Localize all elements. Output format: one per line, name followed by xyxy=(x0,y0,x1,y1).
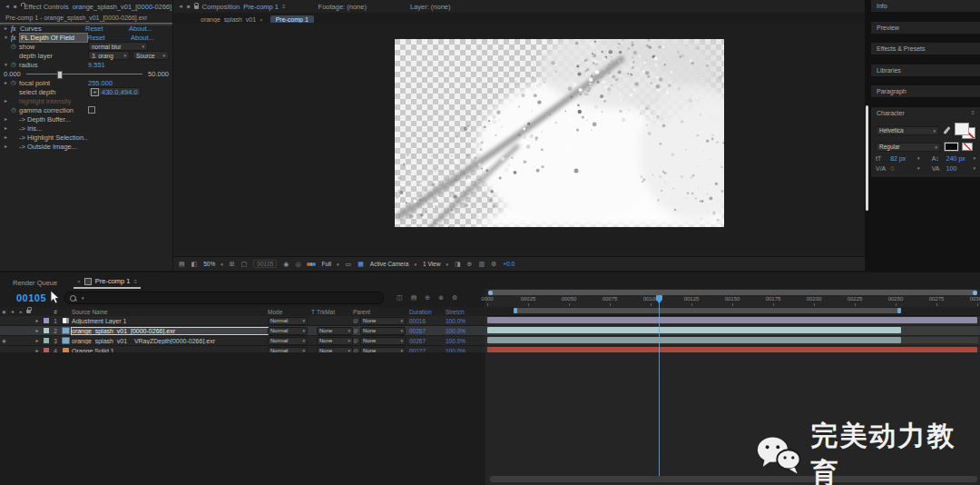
layer-mode-select[interactable]: Normal▾ xyxy=(268,327,308,335)
layer-mode-select[interactable]: Normal▾ xyxy=(268,317,308,325)
work-area-start-handle[interactable] xyxy=(514,308,517,313)
font-size-value[interactable]: 82 px xyxy=(890,155,911,162)
parent-column-header[interactable]: Parent xyxy=(353,309,409,315)
expander-icon[interactable]: ► xyxy=(4,144,11,149)
property-value[interactable]: 255.000 xyxy=(88,79,113,87)
tracking-value[interactable]: 100 xyxy=(946,165,967,172)
layer-duration-bar[interactable] xyxy=(487,327,901,333)
property-dropdown[interactable]: normal blur▾ xyxy=(88,42,148,51)
stopwatch-icon[interactable]: ◷ xyxy=(11,43,19,50)
property-value[interactable]: 9.551 xyxy=(88,61,105,69)
layer-duration-bar[interactable] xyxy=(487,317,977,323)
layer-visibility-toggle[interactable]: ◉ xyxy=(0,338,8,343)
time-ruler[interactable]: 0000000250005000075001000012500150001750… xyxy=(485,296,980,307)
pickwhip-icon[interactable]: @ xyxy=(353,338,358,343)
grid-options-icon[interactable]: ⊞ xyxy=(230,261,235,268)
effect-row[interactable]: ►fxCurvesResetAbout... xyxy=(0,24,172,33)
motion-blur-icon[interactable]: ⊗ xyxy=(438,294,444,302)
panel-scrollbar[interactable] xyxy=(866,105,868,211)
property-dropdown[interactable]: 3. orang▾ xyxy=(88,51,130,60)
composition-viewport[interactable] xyxy=(173,23,865,257)
panel-lock-icon[interactable] xyxy=(194,5,199,9)
layer-bar-lane[interactable] xyxy=(485,316,980,326)
tab-render-queue[interactable]: Render Queue xyxy=(9,277,61,289)
time-navigator[interactable] xyxy=(488,290,977,295)
layer-name[interactable]: orange_splash_v01_[0000-0266].exr xyxy=(72,328,268,334)
panel-header-info[interactable]: Info xyxy=(871,0,980,12)
footage-panel-label[interactable]: Footage: (none) xyxy=(318,3,367,11)
t-column-header[interactable]: T xyxy=(309,309,317,315)
lock-column-icon[interactable] xyxy=(24,309,33,314)
layer-row[interactable]: ►2orange_splash_v01_[0000-0266].exrNorma… xyxy=(0,326,485,336)
layer-expander-icon[interactable]: ► xyxy=(33,328,42,333)
effect-reset-link[interactable]: Reset xyxy=(87,34,131,42)
panel-header-paragraph[interactable]: Paragraph xyxy=(871,85,980,97)
close-icon[interactable]: × xyxy=(77,279,81,284)
font-style-select[interactable]: Regular▾ xyxy=(876,143,941,152)
effect-about-link[interactable]: About... xyxy=(129,25,152,33)
layer-name[interactable]: orange_splash_v01__VRayZDepth[0000-0266]… xyxy=(72,338,268,344)
channels-icon[interactable] xyxy=(308,262,316,266)
view-layout-select[interactable]: 1 View▾ xyxy=(423,261,448,267)
draft-3d-icon[interactable]: ▤ xyxy=(411,294,417,302)
expander-icon[interactable]: ► xyxy=(4,116,11,122)
resolution-select[interactable]: Full▾ xyxy=(322,261,339,267)
expander-icon[interactable]: ► xyxy=(4,25,11,31)
layer-parent-select[interactable]: None▾ xyxy=(360,317,406,325)
layer-row[interactable]: ◉►3orange_splash_v01__VRayZDepth[0000-02… xyxy=(0,336,485,346)
work-area-end-handle[interactable] xyxy=(897,308,901,313)
property-checkbox[interactable] xyxy=(88,106,95,114)
stopwatch-icon[interactable]: ◷ xyxy=(11,79,19,86)
mask-visibility-icon[interactable]: ▢ xyxy=(241,261,248,268)
panel-menu-icon[interactable]: ≡ xyxy=(133,279,137,284)
layer-bar-lane[interactable] xyxy=(485,326,980,336)
layer-label-swatch[interactable] xyxy=(42,328,51,333)
panel-header-preview[interactable]: Preview xyxy=(871,22,980,34)
point-value[interactable]: 430.0,494.0 xyxy=(102,88,138,96)
fill-swatch[interactable] xyxy=(955,123,969,135)
eyedropper-icon[interactable] xyxy=(943,126,950,134)
stopwatch-icon[interactable]: ◷ xyxy=(11,106,19,114)
layer-label-swatch[interactable] xyxy=(42,338,51,343)
timeline-button-icon[interactable]: ▥ xyxy=(478,261,485,268)
panel-header-libraries[interactable]: Libraries xyxy=(871,64,980,76)
frame-blending-icon[interactable]: ⊕ xyxy=(425,294,430,302)
work-area-bar[interactable] xyxy=(514,308,901,313)
effect-name[interactable]: FL Depth Of Field xyxy=(20,34,87,42)
no-fill-swatch[interactable] xyxy=(962,143,973,151)
fast-previews-icon[interactable]: ⊕ xyxy=(467,261,473,268)
leading-value[interactable]: 240 px xyxy=(946,155,967,162)
flowchart-icon[interactable]: ⚙ xyxy=(491,261,496,268)
layer-trkmat-select[interactable]: None▾ xyxy=(317,337,353,345)
panel-collapse-icon[interactable]: ◄ xyxy=(178,4,183,9)
pickwhip-icon[interactable]: @ xyxy=(353,318,358,323)
layer-label-swatch[interactable] xyxy=(42,318,51,323)
kerning-value[interactable]: 0 xyxy=(890,165,911,172)
expander-icon[interactable]: ► xyxy=(4,125,11,131)
expander-icon[interactable]: ▼ xyxy=(4,62,11,67)
effect-reset-link[interactable]: Reset xyxy=(85,25,129,33)
layer-expander-icon[interactable]: ► xyxy=(33,318,42,323)
transparency-grid-icon[interactable]: ▦ xyxy=(358,261,364,268)
layer-parent-select[interactable]: None▾ xyxy=(360,337,406,345)
trkmat-column-header[interactable]: TrkMat xyxy=(317,309,353,315)
layer-trkmat-select[interactable]: None▾ xyxy=(317,327,353,335)
stretch-column-header[interactable]: Stretch xyxy=(446,309,480,315)
graph-editor-icon[interactable]: ⚙ xyxy=(452,294,457,302)
effect-row[interactable]: ▼fxFL Depth Of FieldResetAbout... xyxy=(0,33,172,42)
composition-mini-flowchart-icon[interactable]: ◫ xyxy=(397,294,403,302)
video-column-icon[interactable]: ◉ xyxy=(0,309,8,314)
snapshot-icon[interactable]: ◉ xyxy=(283,261,289,268)
font-family-select[interactable]: Helvetica▾ xyxy=(876,126,939,135)
panel-collapse-icon[interactable]: ◄ xyxy=(5,4,10,9)
tab-pre-comp-1[interactable]: × Pre-comp 1 ≡ xyxy=(74,275,141,289)
layer-duration-bar[interactable] xyxy=(487,337,901,343)
audio-column-icon[interactable]: ◄ xyxy=(8,309,16,314)
magnification-select[interactable]: 50%▾ xyxy=(203,261,223,267)
current-time-display[interactable]: 00105 xyxy=(16,292,46,303)
layer-name[interactable]: Adjustment Layer 1 xyxy=(72,318,268,324)
expander-icon[interactable]: ▼ xyxy=(4,35,11,40)
close-icon[interactable]: × xyxy=(260,17,263,23)
pixel-aspect-icon[interactable]: ◨ xyxy=(455,261,461,268)
layer-bar-lane[interactable] xyxy=(485,336,980,346)
